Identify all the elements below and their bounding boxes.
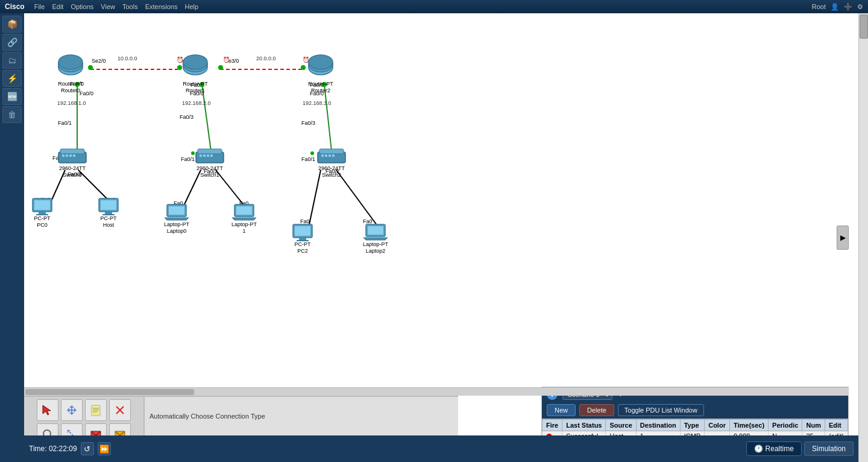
fast-forward-button[interactable]: ⏩ xyxy=(98,442,111,455)
col-type: Type xyxy=(680,419,705,431)
canvas-area[interactable]: Se2/0 ⏰ Fa0/0 Fa0/1 Se2/0 ⏰ Se3/0 ⏰ Fa0/… xyxy=(24,13,858,462)
svg-line-10 xyxy=(336,170,379,227)
svg-rect-84 xyxy=(73,154,75,157)
svg-text:10.0.0.0: 10.0.0.0 xyxy=(118,55,137,62)
col-edit: Edit xyxy=(825,419,848,431)
sidebar-logical[interactable]: 🔗 xyxy=(2,34,22,51)
device-switch1[interactable]: 2960-24TTSwitch1 xyxy=(195,147,225,179)
host-label: PC-PTHost xyxy=(101,215,117,229)
svg-text:192.168.3.0: 192.168.3.0 xyxy=(303,100,332,106)
svg-rect-80 xyxy=(60,149,84,154)
expand-panel-button[interactable]: ▶ xyxy=(837,226,849,250)
switch2-label: 2960-24TTSwitch2 xyxy=(318,165,345,179)
pdu-buttons: New Delete Toggle PDU List Window xyxy=(542,402,848,419)
realtime-icon: 🕐 xyxy=(754,445,763,453)
svg-text:Fa0/1: Fa0/1 xyxy=(58,120,72,126)
delete-tool[interactable] xyxy=(109,399,131,421)
svg-rect-94 xyxy=(325,154,327,157)
device-pc0[interactable]: PC-PTPC0 xyxy=(31,197,53,229)
col-num: Num xyxy=(802,419,825,431)
col-fire: Fire xyxy=(542,419,562,431)
svg-rect-88 xyxy=(203,154,206,157)
svg-point-71 xyxy=(183,55,207,69)
col-last-status: Last Status xyxy=(562,419,606,431)
router1-label: Router-PTRouter1 xyxy=(183,81,208,94)
svg-marker-115 xyxy=(43,405,51,415)
device-router1[interactable]: Router-PTRouter1 xyxy=(182,54,209,94)
device-switch0[interactable]: 2960-24TTSwitch0 xyxy=(57,147,87,179)
topbar: Cisco File Edit Options View Tools Exten… xyxy=(0,0,868,13)
svg-text:192.168.1.0: 192.168.1.0 xyxy=(57,100,86,106)
svg-point-66 xyxy=(58,55,83,69)
time-display: Time: 02:22:09 xyxy=(29,445,77,453)
right-scrollbar[interactable] xyxy=(858,13,868,462)
nav-tools[interactable]: Tools xyxy=(122,3,138,10)
sidebar-new[interactable]: 🆕 xyxy=(2,88,22,105)
device-router2[interactable]: Router-PTRouter2 xyxy=(307,54,334,94)
horizontal-scrollbar[interactable] xyxy=(24,387,849,396)
device-laptop2[interactable]: Laptop-PTLaptop2 xyxy=(363,223,388,255)
delete-pdu-button[interactable]: Delete xyxy=(579,404,614,416)
app-logo: Cisco xyxy=(5,2,25,11)
new-pdu-button[interactable]: New xyxy=(547,404,576,416)
svg-rect-98 xyxy=(34,200,50,210)
device-laptop1[interactable]: Laptop-PT1 xyxy=(231,203,257,235)
device-host[interactable]: PC-PTHost xyxy=(98,197,119,229)
toggle-pdu-button[interactable]: Toggle PDU List Window xyxy=(618,404,704,416)
nav-options[interactable]: Options xyxy=(71,3,93,10)
svg-point-23 xyxy=(177,65,182,70)
col-time: Time(sec) xyxy=(729,419,768,431)
svg-rect-106 xyxy=(169,206,184,215)
expand-arrow-icon: ▶ xyxy=(840,233,846,242)
sidebar-cluster[interactable]: ⚡ xyxy=(2,70,22,87)
tool-area: Automatically Choose Connection Type xyxy=(24,396,458,435)
col-periodic: Periodic xyxy=(769,419,802,431)
switch1-label: 2960-24TTSwitch1 xyxy=(197,165,223,179)
network-diagram: Se2/0 ⏰ Fa0/0 Fa0/1 Se2/0 ⏰ Se3/0 ⏰ Fa0/… xyxy=(24,13,858,387)
svg-rect-111 xyxy=(299,238,306,240)
svg-rect-81 xyxy=(62,154,64,157)
nav-view[interactable]: View xyxy=(101,3,115,10)
sidebar-physical[interactable]: 📦 xyxy=(2,16,22,33)
h-scroll-thumb[interactable] xyxy=(25,389,194,395)
sidebar-delete[interactable]: 🗑 xyxy=(2,106,22,123)
settings-icon[interactable]: ⚙ xyxy=(857,3,863,11)
router0-label: Router-PTRouter0 xyxy=(58,81,83,94)
sidebar-custom[interactable]: 🗂 xyxy=(2,52,22,69)
v-scroll-thumb[interactable] xyxy=(860,14,868,39)
nav-file[interactable]: File xyxy=(34,3,45,10)
device-switch2[interactable]: 2960-24TTSwitch2 xyxy=(316,147,347,179)
add-icon[interactable]: ➕ xyxy=(844,3,852,11)
router2-label: Router-PTRouter2 xyxy=(308,81,333,94)
svg-text:Fa0/3: Fa0/3 xyxy=(301,120,315,126)
col-color: Color xyxy=(705,419,730,431)
svg-rect-103 xyxy=(105,212,112,214)
user-icon[interactable]: 👤 xyxy=(831,3,839,11)
device-laptop0[interactable]: Laptop-PTLaptop0 xyxy=(164,203,189,235)
realtime-mode-button[interactable]: 🕐 Realtime xyxy=(746,441,802,456)
simulation-mode-button[interactable]: Simulation xyxy=(804,441,854,456)
svg-text:192.168.2.0: 192.168.2.0 xyxy=(182,100,211,106)
reset-button[interactable]: ↺ xyxy=(81,442,94,455)
svg-point-30 xyxy=(301,65,306,70)
main-layout: 📦 🔗 🗂 ⚡ 🆕 🗑 xyxy=(0,13,868,462)
device-pc2[interactable]: PC-PTPC2 xyxy=(292,223,313,255)
laptop1-label: Laptop-PT1 xyxy=(231,221,257,235)
note-tool[interactable] xyxy=(85,399,107,421)
svg-rect-108 xyxy=(236,206,252,215)
svg-rect-99 xyxy=(39,212,46,214)
nav-extensions[interactable]: Extensions xyxy=(145,3,178,10)
move-tool[interactable] xyxy=(61,399,83,421)
svg-point-15 xyxy=(88,65,93,70)
svg-text:Fa0/1: Fa0/1 xyxy=(301,156,315,162)
simulation-label: Simulation xyxy=(812,445,846,453)
nav-edit[interactable]: Edit xyxy=(52,3,63,10)
svg-text:⏰: ⏰ xyxy=(223,56,230,63)
nav-help[interactable]: Help xyxy=(184,3,198,10)
svg-line-4 xyxy=(324,84,332,151)
svg-line-9 xyxy=(309,170,321,227)
device-router0[interactable]: Router-PTRouter0 xyxy=(57,54,84,94)
topbar-right: Root 👤 ➕ ⚙ xyxy=(812,3,863,11)
select-tool[interactable] xyxy=(37,399,58,421)
svg-text:Se2/0: Se2/0 xyxy=(92,58,106,64)
